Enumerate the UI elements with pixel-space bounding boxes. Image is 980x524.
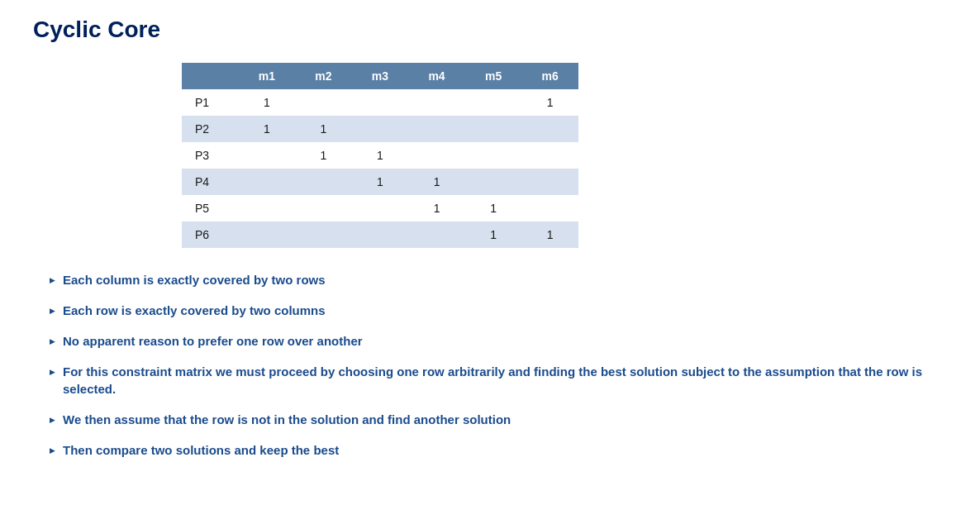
cell-P4-m6 [521, 169, 578, 195]
cell-P5-m4: 1 [408, 195, 465, 222]
cell-P3-m5 [465, 142, 522, 169]
cell-P2-m5 [465, 116, 522, 142]
list-item: ▸Each row is exactly covered by two colu… [50, 302, 925, 319]
bullet-arrow-icon: ▸ [50, 413, 55, 427]
cell-P1-m4 [408, 89, 465, 116]
table-row: P411 [182, 169, 578, 195]
col-header-m4: m4 [408, 63, 465, 89]
cell-P2-m3 [352, 116, 409, 142]
cell-P2-m4 [408, 116, 465, 142]
cell-P6-m2 [295, 222, 352, 248]
cell-P4-m3: 1 [352, 169, 409, 195]
cell-P1-m1: 1 [239, 89, 296, 116]
cell-P4-m1 [239, 169, 296, 195]
bullet-arrow-icon: ▸ [50, 335, 55, 349]
col-header-m2: m2 [295, 63, 352, 89]
cell-P2-m2: 1 [295, 116, 352, 142]
cell-P3-m4 [408, 142, 465, 169]
cell-P2-m6 [521, 116, 578, 142]
row-label: P4 [182, 169, 239, 195]
cell-P6-m4 [408, 222, 465, 248]
cell-P5-m3 [352, 195, 409, 222]
list-item: ▸Then compare two solutions and keep the… [50, 441, 925, 459]
list-item: ▸For this constraint matrix we must proc… [50, 363, 925, 398]
col-header-empty [182, 63, 239, 89]
table-row: P211 [182, 116, 578, 142]
table-row: P611 [182, 222, 578, 248]
cell-P3-m2: 1 [295, 142, 352, 169]
list-item-text: Each row is exactly covered by two colum… [63, 302, 326, 319]
col-header-m3: m3 [352, 63, 409, 89]
cell-P2-m1: 1 [239, 116, 296, 142]
list-item-text: For this constraint matrix we must proce… [63, 363, 925, 398]
cell-P1-m2 [295, 89, 352, 116]
col-header-m5: m5 [465, 63, 522, 89]
cell-P1-m5 [465, 89, 522, 116]
cell-P3-m1 [239, 142, 296, 169]
row-label: P5 [182, 195, 239, 222]
cell-P6-m3 [352, 222, 409, 248]
list-item: ▸We then assume that the row is not in t… [50, 411, 925, 428]
cell-P5-m2 [295, 195, 352, 222]
bullet-arrow-icon: ▸ [50, 274, 55, 288]
cyclic-core-table: m1 m2 m3 m4 m5 m6 P111P211P311P411P511P6… [182, 63, 578, 248]
cell-P6-m5: 1 [465, 222, 522, 248]
cell-P5-m5: 1 [465, 195, 522, 222]
bullet-arrow-icon: ▸ [50, 365, 55, 379]
cell-P1-m3 [352, 89, 409, 116]
list-item-text: We then assume that the row is not in th… [63, 411, 511, 428]
list-item-text: Each column is exactly covered by two ro… [63, 271, 326, 288]
bullet-list: ▸Each column is exactly covered by two r… [50, 271, 925, 459]
cell-P6-m1 [239, 222, 296, 248]
col-header-m6: m6 [521, 63, 578, 89]
content-wrapper: m1 m2 m3 m4 m5 m6 P111P211P311P411P511P6… [33, 63, 947, 459]
cell-P1-m6: 1 [521, 89, 578, 116]
cell-P6-m6: 1 [521, 222, 578, 248]
cell-P4-m5 [465, 169, 522, 195]
cell-P4-m2 [295, 169, 352, 195]
row-label: P3 [182, 142, 239, 169]
list-item: ▸No apparent reason to prefer one row ov… [50, 332, 925, 350]
page-title: Cyclic Core [33, 17, 947, 43]
cell-P5-m6 [521, 195, 578, 222]
cell-P4-m4: 1 [408, 169, 465, 195]
list-item-text: No apparent reason to prefer one row ove… [63, 332, 363, 350]
table-row: P111 [182, 89, 578, 116]
table-row: P511 [182, 195, 578, 222]
row-label: P6 [182, 222, 239, 248]
table-header-row: m1 m2 m3 m4 m5 m6 [182, 63, 578, 89]
bullet-arrow-icon: ▸ [50, 304, 55, 318]
bullet-arrow-icon: ▸ [50, 444, 55, 458]
list-item-text: Then compare two solutions and keep the … [63, 441, 339, 459]
col-header-m1: m1 [239, 63, 296, 89]
table-container: m1 m2 m3 m4 m5 m6 P111P211P311P411P511P6… [182, 63, 578, 248]
row-label: P2 [182, 116, 239, 142]
cell-P3-m3: 1 [352, 142, 409, 169]
cell-P5-m1 [239, 195, 296, 222]
row-label: P1 [182, 89, 239, 116]
table-row: P311 [182, 142, 578, 169]
list-item: ▸Each column is exactly covered by two r… [50, 271, 925, 288]
cell-P3-m6 [521, 142, 578, 169]
